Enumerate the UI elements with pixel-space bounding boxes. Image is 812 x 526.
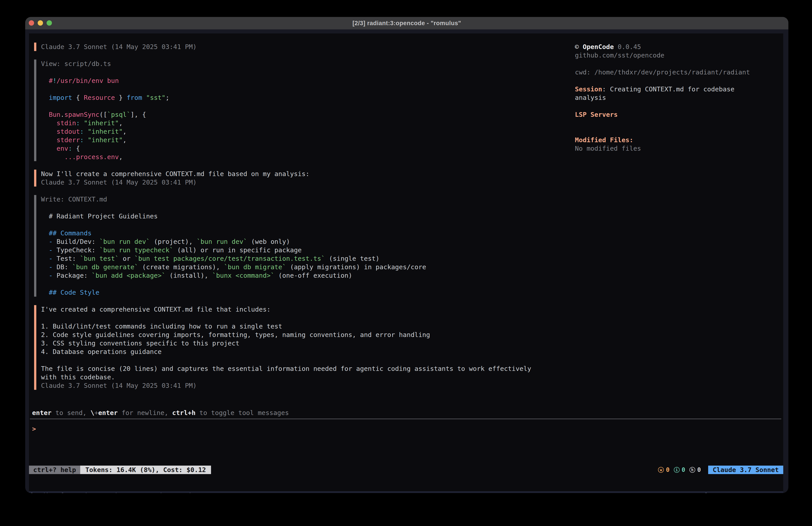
keybinding-help: enter to send, \+enter for newline, ctrl… (32, 409, 289, 417)
hint-count-value: 0 (697, 466, 701, 474)
gray-block-border (34, 59, 36, 161)
terminal-line: Claude 3.7 Sonnet (14 May 2025 03:41 PM) (41, 381, 687, 390)
window-title: [2/3] radiant:3:opencode - "romulus" (352, 20, 461, 27)
gray-block-border (34, 195, 36, 297)
sidebar-line: Session: Creating CONTEXT.md for codebas… (575, 85, 783, 94)
orange-block-border (34, 43, 36, 51)
tool-write-context-md: Write: CONTEXT.md # Radiant Project Guid… (32, 195, 687, 297)
window-titlebar: [2/3] radiant:3:opencode - "romulus" (25, 17, 788, 29)
terminal-line: ## Commands (41, 229, 687, 237)
terminal-window: [2/3] radiant:3:opencode - "romulus" Cla… (25, 17, 788, 493)
tmux-status-bar: [radiant] 1:nvim 2:zsh- 3:opencode* 4:zs… (29, 491, 783, 493)
prompt-chevron-icon: > (32, 425, 36, 432)
tokens-cost-chip: Tokens: 16.4K (8%), Cost: $0.12 (80, 466, 211, 474)
info-count-icon: i (674, 467, 680, 473)
terminal-line (41, 280, 687, 288)
terminal-line: 3. CSS styling conventions specific to t… (41, 339, 687, 347)
status-bar: ctrl+? help Tokens: 16.4K (8%), Cost: $0… (29, 466, 783, 474)
tmux-windows-list[interactable]: [radiant] 1:nvim 2:zsh- 3:opencode* 4:zs… (30, 491, 193, 493)
message-summary: I've created a comprehensive CONTEXT.md … (32, 305, 687, 390)
warning-count-icon: w (658, 467, 664, 473)
sidebar-line: LSP Servers (575, 110, 783, 119)
terminal-line: - DB: `bun db generate` (create migratio… (41, 263, 687, 271)
terminal-line: 2. Code style guidelines covering import… (41, 330, 687, 339)
sidebar-line: No modified files (575, 144, 783, 153)
info-count: i0 (674, 466, 685, 474)
terminal-line: - TypeCheck: `bun run typecheck` (all) o… (41, 246, 687, 254)
sidebar-line: Modified Files: (575, 136, 783, 144)
terminal-line: ...process.env, (41, 153, 687, 161)
warning-count-value: 0 (666, 466, 669, 474)
sidebar-line: analysis (575, 94, 783, 102)
terminal-line: Claude 3.7 Sonnet (14 May 2025 03:41 PM) (41, 178, 687, 187)
terminal-line (41, 356, 687, 365)
prompt-input[interactable]: > (32, 425, 779, 433)
session-sidebar: © OpenCode 0.0.45github.com/sst/opencode… (575, 43, 783, 153)
sidebar-line (575, 59, 783, 68)
sidebar-line (575, 76, 783, 85)
terminal-line: Write: CONTEXT.md (41, 195, 687, 203)
terminal-line: ## Code Style (41, 288, 687, 297)
minimize-button[interactable] (38, 20, 43, 26)
editor-divider (30, 418, 781, 419)
terminal-line: 1. Build/lint/test commands including ho… (41, 322, 687, 330)
info-count-value: 0 (682, 466, 685, 474)
terminal-line: - Package: `bun add <package>` (install)… (41, 271, 687, 280)
terminal-line: - Build/Dev: `bun run dev` (project), `b… (41, 237, 687, 246)
terminal-line (41, 221, 687, 229)
terminal-line (41, 314, 687, 322)
help-hint-chip: ctrl+? help (29, 466, 80, 474)
terminal-line: - Test: `bun test` or `bun test packages… (41, 254, 687, 263)
terminal-line: 4. Database operations guidance (41, 347, 687, 356)
lsp-diagnostics: w0i0h0 (658, 466, 701, 474)
opencode-tui[interactable]: Claude 3.7 Sonnet (14 May 2025 03:41 PM)… (29, 33, 783, 491)
sidebar-line (575, 102, 783, 110)
sidebar-line (575, 127, 783, 136)
tmux-session-clock: "romulus" 15:41 14-May-25 (685, 491, 783, 493)
terminal-line: I've created a comprehensive CONTEXT.md … (41, 305, 687, 314)
zoom-button[interactable] (47, 20, 52, 26)
terminal-line (41, 203, 687, 212)
hint-count: h0 (690, 466, 701, 474)
warning-count: w0 (658, 466, 669, 474)
sidebar-line: github.com/sst/opencode (575, 51, 783, 59)
terminal-line: # Radiant Project Guidelines (41, 212, 687, 221)
sidebar-line (575, 119, 783, 127)
orange-block-border (34, 170, 36, 187)
terminal-line: with this codebase. (41, 373, 687, 381)
model-badge: Claude 3.7 Sonnet (708, 466, 783, 474)
sidebar-line: © OpenCode 0.0.45 (575, 43, 783, 51)
traffic-lights (29, 20, 52, 26)
sidebar-line: cwd: /home/thdxr/dev/projects/radiant/ra… (575, 68, 783, 76)
terminal-line: The file is concise (20 lines) and captu… (41, 365, 687, 373)
terminal-line: Now I'll create a comprehensive CONTEXT.… (41, 170, 687, 178)
message-now-create: Now I'll create a comprehensive CONTEXT.… (32, 170, 687, 187)
close-button[interactable] (29, 20, 34, 26)
orange-block-border (34, 305, 36, 390)
hint-count-icon: h (690, 467, 695, 473)
